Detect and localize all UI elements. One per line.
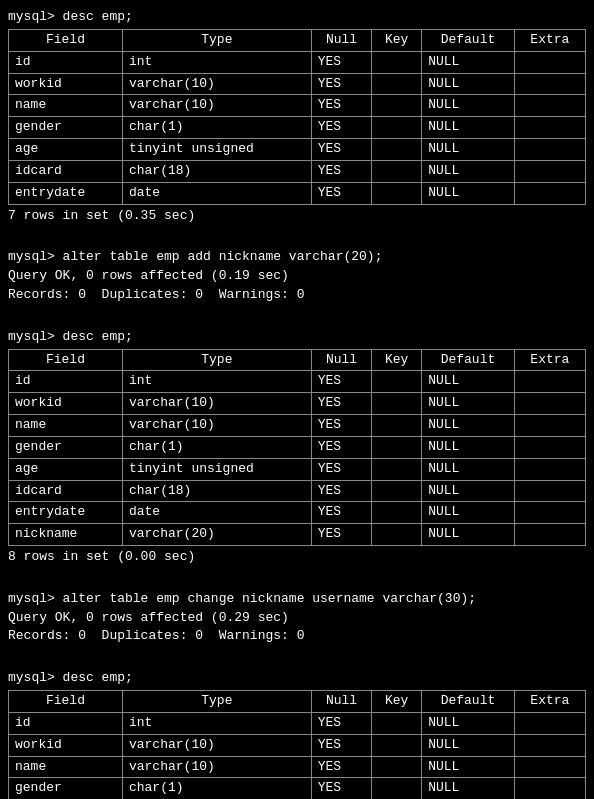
- table-cell: varchar(20): [122, 524, 311, 546]
- col-type-5: Type: [122, 691, 311, 713]
- table-cell: YES: [311, 756, 372, 778]
- table-cell: [372, 502, 422, 524]
- table-cell: [372, 436, 422, 458]
- table-cell: YES: [311, 436, 372, 458]
- table-cell: YES: [311, 182, 372, 204]
- table-row: namevarchar(10)YESNULL: [9, 756, 586, 778]
- table-cell: id: [9, 51, 123, 73]
- table-cell: [372, 458, 422, 480]
- table-cell: [372, 480, 422, 502]
- table-cell: varchar(10): [122, 415, 311, 437]
- table-cell: NULL: [422, 502, 515, 524]
- col-type-1: Type: [122, 29, 311, 51]
- table-cell: [514, 524, 585, 546]
- table-cell: char(18): [122, 480, 311, 502]
- table-cell: YES: [311, 502, 372, 524]
- prompt-5: mysql> desc emp;: [8, 669, 586, 688]
- table-cell: [372, 160, 422, 182]
- table-cell: [372, 415, 422, 437]
- table-cell: varchar(10): [122, 734, 311, 756]
- table-cell: NULL: [422, 712, 515, 734]
- section-4: mysql> alter table emp change nickname u…: [8, 590, 586, 647]
- table-cell: age: [9, 458, 123, 480]
- table-cell: [514, 51, 585, 73]
- table-cell: nickname: [9, 524, 123, 546]
- table-5: Field Type Null Key Default Extra idintY…: [8, 690, 586, 799]
- table-cell: char(18): [122, 160, 311, 182]
- table-cell: id: [9, 371, 123, 393]
- table-cell: char(1): [122, 436, 311, 458]
- table-1: Field Type Null Key Default Extra idintY…: [8, 29, 586, 205]
- table-cell: varchar(10): [122, 393, 311, 415]
- table-cell: [514, 712, 585, 734]
- col-extra-3: Extra: [514, 349, 585, 371]
- table-cell: NULL: [422, 734, 515, 756]
- section-5: mysql> desc emp; Field Type Null Key Def…: [8, 669, 586, 799]
- query-result-2a: Query OK, 0 rows affected (0.19 sec): [8, 267, 586, 286]
- query-result-4a: Query OK, 0 rows affected (0.29 sec): [8, 609, 586, 628]
- table-row: genderchar(1)YESNULL: [9, 778, 586, 799]
- table-cell: int: [122, 371, 311, 393]
- table-cell: NULL: [422, 458, 515, 480]
- table-cell: [514, 756, 585, 778]
- table-cell: YES: [311, 778, 372, 799]
- table-cell: NULL: [422, 415, 515, 437]
- table-cell: workid: [9, 393, 123, 415]
- table-cell: age: [9, 139, 123, 161]
- table-cell: [372, 139, 422, 161]
- table-cell: entrydate: [9, 182, 123, 204]
- table-cell: name: [9, 415, 123, 437]
- table-row: namevarchar(10)YESNULL: [9, 415, 586, 437]
- table-cell: [372, 712, 422, 734]
- table-cell: varchar(10): [122, 756, 311, 778]
- table-cell: [514, 393, 585, 415]
- table-cell: YES: [311, 415, 372, 437]
- table-cell: id: [9, 712, 123, 734]
- table-cell: [372, 734, 422, 756]
- col-type-3: Type: [122, 349, 311, 371]
- table-cell: [514, 436, 585, 458]
- table-cell: [372, 117, 422, 139]
- table-cell: [514, 73, 585, 95]
- table-cell: NULL: [422, 436, 515, 458]
- table-row: entrydatedateYESNULL: [9, 502, 586, 524]
- table-cell: workid: [9, 73, 123, 95]
- table-cell: YES: [311, 95, 372, 117]
- table-cell: YES: [311, 393, 372, 415]
- table-cell: NULL: [422, 73, 515, 95]
- table-row: idintYESNULL: [9, 712, 586, 734]
- col-field-5: Field: [9, 691, 123, 713]
- prompt-1: mysql> desc emp;: [8, 8, 586, 27]
- table-cell: idcard: [9, 480, 123, 502]
- table-cell: YES: [311, 117, 372, 139]
- table-cell: [514, 458, 585, 480]
- col-default-1: Default: [422, 29, 515, 51]
- table-cell: tinyint unsigned: [122, 458, 311, 480]
- table-row: idintYESNULL: [9, 371, 586, 393]
- table-cell: NULL: [422, 756, 515, 778]
- table-cell: [372, 778, 422, 799]
- table-cell: NULL: [422, 778, 515, 799]
- col-default-3: Default: [422, 349, 515, 371]
- table-cell: gender: [9, 436, 123, 458]
- table-cell: idcard: [9, 160, 123, 182]
- prompt-3: mysql> desc emp;: [8, 328, 586, 347]
- col-extra-1: Extra: [514, 29, 585, 51]
- prompt-2: mysql> alter table emp add nickname varc…: [8, 248, 586, 267]
- table-cell: [514, 734, 585, 756]
- table-row: namevarchar(10)YESNULL: [9, 95, 586, 117]
- query-result-4b: Records: 0 Duplicates: 0 Warnings: 0: [8, 627, 586, 646]
- table-cell: YES: [311, 160, 372, 182]
- table-cell: NULL: [422, 95, 515, 117]
- table-cell: entrydate: [9, 502, 123, 524]
- table-cell: YES: [311, 524, 372, 546]
- table-row: idcardchar(18)YESNULL: [9, 480, 586, 502]
- table-cell: [514, 778, 585, 799]
- table-cell: NULL: [422, 524, 515, 546]
- table-cell: [514, 117, 585, 139]
- table-cell: YES: [311, 51, 372, 73]
- footer-1: 7 rows in set (0.35 sec): [8, 207, 586, 226]
- table-cell: YES: [311, 139, 372, 161]
- table-cell: varchar(10): [122, 73, 311, 95]
- table-row: agetinyint unsignedYESNULL: [9, 139, 586, 161]
